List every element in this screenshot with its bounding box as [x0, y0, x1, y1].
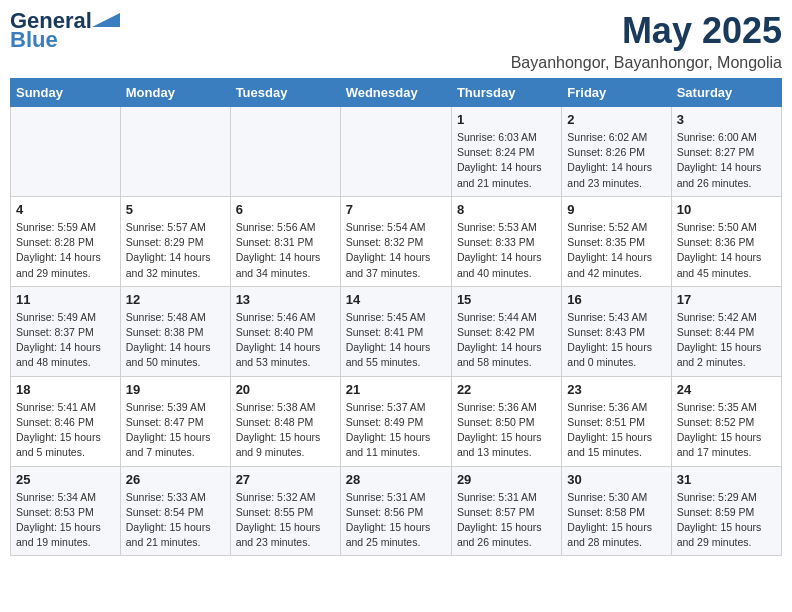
- day-number: 2: [567, 112, 665, 127]
- day-info: Sunrise: 5:46 AM Sunset: 8:40 PM Dayligh…: [236, 310, 335, 371]
- day-info: Sunrise: 5:48 AM Sunset: 8:38 PM Dayligh…: [126, 310, 225, 371]
- calendar-cell: 23Sunrise: 5:36 AM Sunset: 8:51 PM Dayli…: [562, 376, 671, 466]
- page-title: May 2025: [511, 10, 782, 52]
- day-info: Sunrise: 5:49 AM Sunset: 8:37 PM Dayligh…: [16, 310, 115, 371]
- day-number: 11: [16, 292, 115, 307]
- day-info: Sunrise: 5:30 AM Sunset: 8:58 PM Dayligh…: [567, 490, 665, 551]
- day-info: Sunrise: 5:38 AM Sunset: 8:48 PM Dayligh…: [236, 400, 335, 461]
- calendar-cell: 26Sunrise: 5:33 AM Sunset: 8:54 PM Dayli…: [120, 466, 230, 556]
- day-info: Sunrise: 5:37 AM Sunset: 8:49 PM Dayligh…: [346, 400, 446, 461]
- day-number: 8: [457, 202, 556, 217]
- day-number: 18: [16, 382, 115, 397]
- calendar-cell: 8Sunrise: 5:53 AM Sunset: 8:33 PM Daylig…: [451, 196, 561, 286]
- day-info: Sunrise: 5:42 AM Sunset: 8:44 PM Dayligh…: [677, 310, 776, 371]
- calendar-cell: 17Sunrise: 5:42 AM Sunset: 8:44 PM Dayli…: [671, 286, 781, 376]
- calendar-cell: 29Sunrise: 5:31 AM Sunset: 8:57 PM Dayli…: [451, 466, 561, 556]
- calendar-cell: 15Sunrise: 5:44 AM Sunset: 8:42 PM Dayli…: [451, 286, 561, 376]
- day-number: 13: [236, 292, 335, 307]
- day-info: Sunrise: 5:33 AM Sunset: 8:54 PM Dayligh…: [126, 490, 225, 551]
- day-number: 19: [126, 382, 225, 397]
- calendar-cell: 9Sunrise: 5:52 AM Sunset: 8:35 PM Daylig…: [562, 196, 671, 286]
- day-info: Sunrise: 5:56 AM Sunset: 8:31 PM Dayligh…: [236, 220, 335, 281]
- day-number: 29: [457, 472, 556, 487]
- day-info: Sunrise: 5:31 AM Sunset: 8:56 PM Dayligh…: [346, 490, 446, 551]
- calendar-cell: 13Sunrise: 5:46 AM Sunset: 8:40 PM Dayli…: [230, 286, 340, 376]
- day-info: Sunrise: 6:03 AM Sunset: 8:24 PM Dayligh…: [457, 130, 556, 191]
- calendar-cell: [11, 107, 121, 197]
- calendar-cell: 5Sunrise: 5:57 AM Sunset: 8:29 PM Daylig…: [120, 196, 230, 286]
- calendar-cell: 27Sunrise: 5:32 AM Sunset: 8:55 PM Dayli…: [230, 466, 340, 556]
- calendar-cell: 21Sunrise: 5:37 AM Sunset: 8:49 PM Dayli…: [340, 376, 451, 466]
- day-number: 5: [126, 202, 225, 217]
- calendar-cell: 2Sunrise: 6:02 AM Sunset: 8:26 PM Daylig…: [562, 107, 671, 197]
- calendar-table: SundayMondayTuesdayWednesdayThursdayFrid…: [10, 78, 782, 556]
- day-number: 25: [16, 472, 115, 487]
- calendar-cell: 14Sunrise: 5:45 AM Sunset: 8:41 PM Dayli…: [340, 286, 451, 376]
- calendar-cell: 28Sunrise: 5:31 AM Sunset: 8:56 PM Dayli…: [340, 466, 451, 556]
- day-info: Sunrise: 5:53 AM Sunset: 8:33 PM Dayligh…: [457, 220, 556, 281]
- column-header-wednesday: Wednesday: [340, 79, 451, 107]
- column-header-sunday: Sunday: [11, 79, 121, 107]
- day-number: 30: [567, 472, 665, 487]
- day-number: 23: [567, 382, 665, 397]
- day-number: 26: [126, 472, 225, 487]
- calendar-header-row: SundayMondayTuesdayWednesdayThursdayFrid…: [11, 79, 782, 107]
- day-number: 10: [677, 202, 776, 217]
- day-number: 6: [236, 202, 335, 217]
- day-number: 20: [236, 382, 335, 397]
- day-info: Sunrise: 6:00 AM Sunset: 8:27 PM Dayligh…: [677, 130, 776, 191]
- day-number: 12: [126, 292, 225, 307]
- calendar-cell: 24Sunrise: 5:35 AM Sunset: 8:52 PM Dayli…: [671, 376, 781, 466]
- calendar-cell: 6Sunrise: 5:56 AM Sunset: 8:31 PM Daylig…: [230, 196, 340, 286]
- day-number: 28: [346, 472, 446, 487]
- day-info: Sunrise: 5:31 AM Sunset: 8:57 PM Dayligh…: [457, 490, 556, 551]
- day-number: 9: [567, 202, 665, 217]
- day-info: Sunrise: 5:52 AM Sunset: 8:35 PM Dayligh…: [567, 220, 665, 281]
- day-number: 4: [16, 202, 115, 217]
- day-number: 7: [346, 202, 446, 217]
- day-info: Sunrise: 5:41 AM Sunset: 8:46 PM Dayligh…: [16, 400, 115, 461]
- calendar-cell: [340, 107, 451, 197]
- calendar-cell: 22Sunrise: 5:36 AM Sunset: 8:50 PM Dayli…: [451, 376, 561, 466]
- logo-arrow-icon: [92, 13, 120, 27]
- calendar-cell: 16Sunrise: 5:43 AM Sunset: 8:43 PM Dayli…: [562, 286, 671, 376]
- calendar-body: 1Sunrise: 6:03 AM Sunset: 8:24 PM Daylig…: [11, 107, 782, 556]
- day-number: 24: [677, 382, 776, 397]
- day-info: Sunrise: 5:36 AM Sunset: 8:51 PM Dayligh…: [567, 400, 665, 461]
- day-info: Sunrise: 5:50 AM Sunset: 8:36 PM Dayligh…: [677, 220, 776, 281]
- day-number: 21: [346, 382, 446, 397]
- column-header-thursday: Thursday: [451, 79, 561, 107]
- day-info: Sunrise: 5:59 AM Sunset: 8:28 PM Dayligh…: [16, 220, 115, 281]
- day-info: Sunrise: 5:43 AM Sunset: 8:43 PM Dayligh…: [567, 310, 665, 371]
- calendar-cell: 1Sunrise: 6:03 AM Sunset: 8:24 PM Daylig…: [451, 107, 561, 197]
- day-number: 14: [346, 292, 446, 307]
- day-number: 31: [677, 472, 776, 487]
- day-info: Sunrise: 5:54 AM Sunset: 8:32 PM Dayligh…: [346, 220, 446, 281]
- calendar-cell: 30Sunrise: 5:30 AM Sunset: 8:58 PM Dayli…: [562, 466, 671, 556]
- calendar-cell: 11Sunrise: 5:49 AM Sunset: 8:37 PM Dayli…: [11, 286, 121, 376]
- column-header-monday: Monday: [120, 79, 230, 107]
- calendar-week-row: 4Sunrise: 5:59 AM Sunset: 8:28 PM Daylig…: [11, 196, 782, 286]
- day-info: Sunrise: 5:45 AM Sunset: 8:41 PM Dayligh…: [346, 310, 446, 371]
- calendar-week-row: 25Sunrise: 5:34 AM Sunset: 8:53 PM Dayli…: [11, 466, 782, 556]
- calendar-cell: [230, 107, 340, 197]
- title-block: May 2025 Bayanhongor, Bayanhongor, Mongo…: [511, 10, 782, 72]
- calendar-cell: [120, 107, 230, 197]
- day-number: 16: [567, 292, 665, 307]
- day-number: 22: [457, 382, 556, 397]
- column-header-saturday: Saturday: [671, 79, 781, 107]
- svg-marker-0: [92, 13, 120, 27]
- calendar-week-row: 18Sunrise: 5:41 AM Sunset: 8:46 PM Dayli…: [11, 376, 782, 466]
- calendar-cell: 12Sunrise: 5:48 AM Sunset: 8:38 PM Dayli…: [120, 286, 230, 376]
- day-info: Sunrise: 5:32 AM Sunset: 8:55 PM Dayligh…: [236, 490, 335, 551]
- calendar-cell: 3Sunrise: 6:00 AM Sunset: 8:27 PM Daylig…: [671, 107, 781, 197]
- day-info: Sunrise: 5:36 AM Sunset: 8:50 PM Dayligh…: [457, 400, 556, 461]
- calendar-week-row: 1Sunrise: 6:03 AM Sunset: 8:24 PM Daylig…: [11, 107, 782, 197]
- day-number: 3: [677, 112, 776, 127]
- calendar-cell: 7Sunrise: 5:54 AM Sunset: 8:32 PM Daylig…: [340, 196, 451, 286]
- day-info: Sunrise: 5:44 AM Sunset: 8:42 PM Dayligh…: [457, 310, 556, 371]
- day-number: 15: [457, 292, 556, 307]
- calendar-cell: 10Sunrise: 5:50 AM Sunset: 8:36 PM Dayli…: [671, 196, 781, 286]
- calendar-week-row: 11Sunrise: 5:49 AM Sunset: 8:37 PM Dayli…: [11, 286, 782, 376]
- day-info: Sunrise: 5:29 AM Sunset: 8:59 PM Dayligh…: [677, 490, 776, 551]
